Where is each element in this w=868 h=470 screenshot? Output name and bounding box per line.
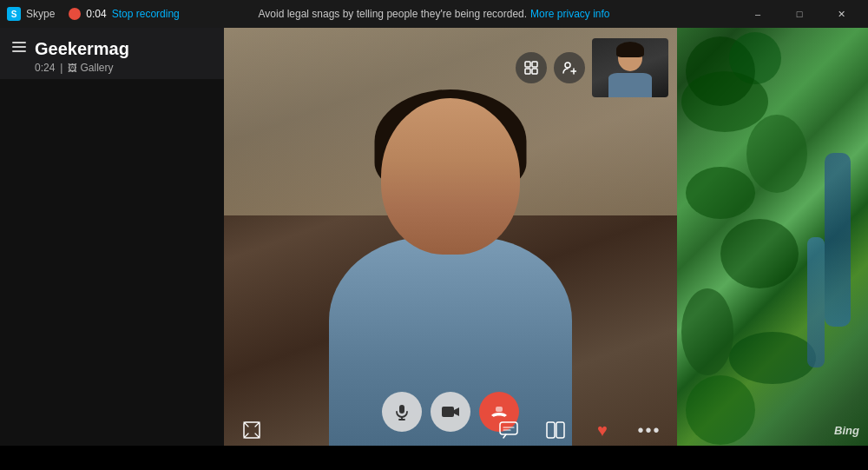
gallery-icon: 🖼 bbox=[68, 63, 77, 73]
bing-logo: Bing bbox=[834, 424, 859, 437]
svg-rect-8 bbox=[399, 405, 404, 414]
close-button[interactable]: ✕ bbox=[821, 0, 861, 28]
gallery-label[interactable]: 🖼 Gallery bbox=[68, 62, 113, 74]
person-body bbox=[320, 72, 581, 446]
skype-icon: S bbox=[7, 7, 21, 21]
mute-button[interactable] bbox=[382, 392, 422, 432]
svg-rect-1 bbox=[532, 62, 537, 67]
more-button[interactable]: ••• bbox=[634, 414, 665, 446]
gallery-text: Gallery bbox=[80, 62, 113, 74]
hamburger-line bbox=[12, 50, 26, 52]
video-area: ♥ ••• bbox=[224, 28, 677, 446]
call-container: Geekermag 0:24 | 🖼 Gallery bbox=[0, 28, 868, 446]
notif-text: Avoid legal snags by telling people they… bbox=[259, 8, 528, 20]
sidebar-header: Geekermag 0:24 | 🖼 Gallery bbox=[0, 28, 224, 79]
sidebar-content bbox=[0, 79, 224, 446]
switch-button[interactable] bbox=[540, 414, 571, 446]
stop-recording-button[interactable]: Stop recording bbox=[112, 8, 180, 20]
thumb-hair bbox=[616, 42, 644, 57]
record-dot-icon bbox=[69, 8, 81, 20]
layout-button[interactable] bbox=[516, 52, 547, 83]
svg-rect-3 bbox=[532, 69, 537, 74]
thumb-shirt bbox=[608, 73, 652, 97]
self-video-thumbnail[interactable] bbox=[592, 38, 668, 97]
app-info: S Skype bbox=[7, 7, 55, 21]
recording-timer: 0:04 bbox=[86, 8, 106, 20]
menu-button[interactable] bbox=[12, 38, 26, 52]
svg-rect-16 bbox=[547, 422, 555, 438]
svg-rect-0 bbox=[525, 62, 530, 67]
svg-rect-17 bbox=[556, 422, 564, 438]
titlebar: S Skype 0:04 Stop recording Avoid legal … bbox=[0, 0, 868, 28]
hamburger-line bbox=[12, 46, 26, 48]
minimize-button[interactable]: – bbox=[738, 0, 778, 28]
add-person-button[interactable] bbox=[554, 52, 585, 83]
svg-rect-2 bbox=[525, 69, 530, 74]
notification-center: Avoid legal snags by telling people they… bbox=[259, 8, 610, 20]
main-video-feed: ♥ ••• bbox=[224, 28, 677, 446]
call-time: 0:24 bbox=[35, 62, 55, 74]
svg-rect-11 bbox=[442, 407, 454, 417]
chat-button[interactable] bbox=[493, 414, 524, 446]
person-face bbox=[381, 98, 520, 255]
bottom-right-controls: ♥ ••• bbox=[493, 414, 665, 446]
window-controls: – □ ✕ bbox=[738, 0, 861, 28]
divider: | bbox=[60, 62, 62, 74]
river bbox=[825, 153, 851, 327]
sidebar: Geekermag 0:24 | 🖼 Gallery bbox=[0, 28, 224, 446]
svg-rect-13 bbox=[500, 422, 517, 434]
contact-info: Geekermag 0:24 | 🖼 Gallery bbox=[35, 38, 212, 74]
call-meta: 0:24 | 🖼 Gallery bbox=[35, 62, 212, 74]
right-panel-wallpaper: Bing bbox=[677, 28, 868, 446]
hamburger-line bbox=[12, 42, 26, 43]
privacy-info-link[interactable]: More privacy info bbox=[530, 8, 609, 20]
react-button[interactable]: ♥ bbox=[587, 414, 618, 446]
app-title: Skype bbox=[26, 8, 55, 20]
camera-button[interactable] bbox=[431, 392, 470, 432]
bing-background: Bing bbox=[677, 28, 868, 446]
top-controls bbox=[516, 38, 668, 97]
svg-rect-12 bbox=[496, 407, 503, 412]
svg-point-4 bbox=[565, 63, 570, 68]
water-feature bbox=[807, 237, 825, 367]
contact-name: Geekermag bbox=[35, 38, 212, 59]
maximize-button[interactable]: □ bbox=[779, 0, 819, 28]
